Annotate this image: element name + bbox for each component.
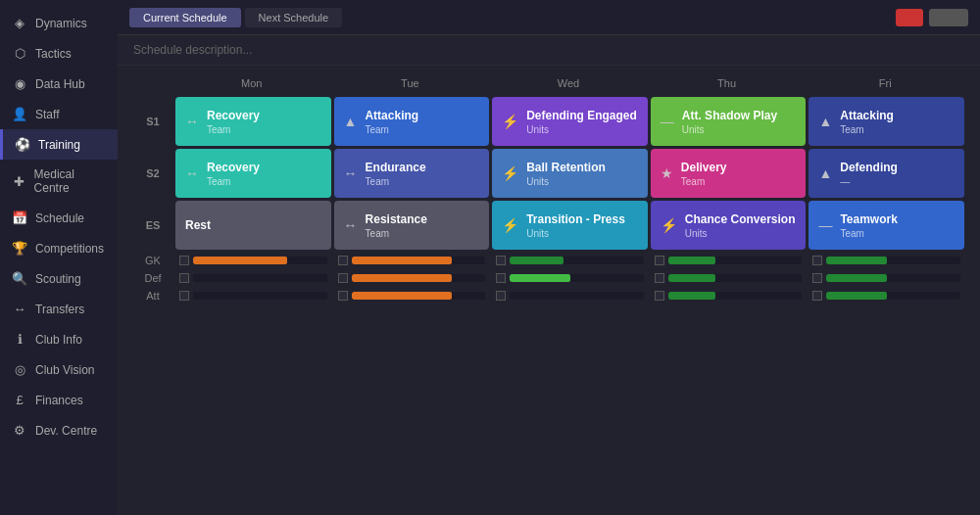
session-cell-es-fri[interactable]: — Teamwork Team [808,201,964,250]
session-cell-s1-wed[interactable]: ⚡ Defending Engaged Units [492,97,648,146]
checkbox-att-thu[interactable] [655,291,664,301]
bar-container-att-wed [510,292,644,300]
progress-label-att: Att [133,290,172,302]
progress-cell-def-wed[interactable] [492,271,648,285]
bar-gk-tue [352,257,452,264]
dynamics-icon: ◈ [12,16,27,30]
sidebar-label-tactics: Tactics [35,47,72,61]
session-cell-text: Teamwork Team [840,212,897,239]
tab-next-schedule[interactable]: Next Schedule [245,8,343,27]
checkbox-att-wed[interactable] [496,291,506,301]
progress-cell-def-tue[interactable] [334,271,490,285]
sidebar-item-medical[interactable]: ✚ Medical Centre [0,160,118,203]
bar-container-def-thu [668,274,803,282]
progress-cell-def-fri[interactable] [808,271,964,285]
day-header-mon: Mon [172,73,331,93]
sidebar-item-data-hub[interactable]: ◉ Data Hub [0,69,118,99]
recovery-icon: ↔ [185,114,199,129]
schedule-description[interactable]: Schedule description... [118,35,980,66]
progress-cell-att-fri[interactable] [808,289,964,303]
day-header-wed: Wed [489,73,648,93]
sidebar-item-club-info[interactable]: ℹ Club Info [0,324,118,354]
progress-cell-def-thu[interactable] [651,271,807,285]
row-label-spacer [133,73,172,93]
checkbox-gk-wed[interactable] [496,256,506,265]
data-hub-icon: ◉ [12,76,27,91]
defending2-icon: ▲ [818,165,832,181]
checkbox-def-mon[interactable] [179,273,189,283]
sidebar-item-competitions[interactable]: 🏆 Competitions [0,233,118,263]
sidebar-item-tactics[interactable]: ⬡ Tactics [0,38,118,69]
session-cell-s1-tue[interactable]: ▲ Attacking Team [334,97,490,146]
progress-cell-def-mon[interactable] [175,271,331,285]
bar-def-wed [510,274,569,282]
sidebar-item-scouting[interactable]: 🔍 Scouting [0,263,118,294]
session-cell-s1-thu[interactable]: — Att. Shadow Play Units [651,97,807,146]
checkbox-att-mon[interactable] [179,291,189,301]
session-row-es: ES Rest ↔ Resistance Team ⚡ Transition -… [133,201,964,250]
sidebar-item-training[interactable]: ⚽ Training [0,129,118,160]
action-button[interactable] [929,9,968,26]
day-header-fri: Fri [806,73,964,93]
session-cell-text: Att. Shadow Play Units [682,109,777,135]
session-cell-s1-fri[interactable]: ▲ Attacking Team [808,97,964,146]
session-cell-s2-fri[interactable]: ▲ Defending — [808,149,964,198]
sidebar-item-dev-centre[interactable]: ⚙ Dev. Centre [0,415,118,445]
checkbox-att-fri[interactable] [812,291,822,301]
scouting-icon: 🔍 [12,271,27,286]
checkbox-att-tue[interactable] [338,291,348,301]
session-cell-es-tue[interactable]: ↔ Resistance Team [334,201,490,250]
checkbox-def-thu[interactable] [655,273,664,283]
sidebar-item-schedule[interactable]: 📅 Schedule [0,203,118,233]
session-cell-text: Attacking Team [365,109,418,135]
session-cell-es-thu[interactable]: ⚡ Chance Conversion Units [651,201,807,250]
session-cell-es-wed[interactable]: ⚡ Transition - Press Units [492,201,648,250]
session-cell-text: Delivery Team [681,161,727,187]
defending-engaged-icon: ⚡ [502,114,518,129]
checkbox-def-wed[interactable] [496,273,506,283]
progress-label-gk: GK [133,255,172,266]
checkbox-gk-thu[interactable] [655,256,664,265]
schedule-icon: 📅 [12,211,27,225]
progress-cell-gk-mon[interactable] [175,254,331,267]
bar-container-att-fri [826,292,960,300]
bar-gk-wed [510,257,564,264]
progress-cell-att-mon[interactable] [175,289,331,303]
session-label-es: ES [133,201,172,250]
progress-cell-gk-thu[interactable] [651,254,807,267]
session-cell-s2-tue[interactable]: ↔ Endurance Team [334,149,490,198]
session-cell-s1-mon[interactable]: ↔ Recovery Team [175,97,331,146]
progress-cell-gk-wed[interactable] [492,254,648,267]
tab-current-schedule[interactable]: Current Schedule [129,8,241,27]
sidebar-label-club-vision: Club Vision [35,363,94,377]
checkbox-def-tue[interactable] [338,273,348,283]
delivery-icon: ★ [661,165,673,181]
sidebar-item-transfers[interactable]: ↔ Transfers [0,294,118,324]
close-button[interactable] [896,9,923,26]
checkbox-gk-fri[interactable] [812,256,822,265]
sidebar-item-club-vision[interactable]: ◎ Club Vision [0,354,118,385]
checkbox-def-fri[interactable] [812,273,822,283]
sidebar-label-medical: Medical Centre [34,167,106,195]
training-icon: ⚽ [15,137,30,152]
progress-cell-att-tue[interactable] [334,289,490,303]
sidebar-item-finances[interactable]: £ Finances [0,385,118,415]
progress-cell-att-wed[interactable] [492,289,648,303]
session-cell-text: Rest [185,218,211,232]
checkbox-gk-mon[interactable] [179,256,189,265]
session-cell-text: Defending — [840,161,898,187]
session-cell-s2-thu[interactable]: ★ Delivery Team [651,149,807,198]
session-cell-s2-mon[interactable]: ↔ Recovery Team [175,149,331,198]
progress-cell-att-thu[interactable] [651,289,807,303]
bar-container-gk-mon [193,257,327,264]
session-cell-s2-wed[interactable]: ⚡ Ball Retention Units [492,149,648,198]
progress-cell-gk-tue[interactable] [334,254,490,267]
competitions-icon: 🏆 [12,241,27,256]
progress-cell-gk-fri[interactable] [808,254,964,267]
session-cell-text: Endurance Team [366,161,426,187]
sidebar-item-dynamics[interactable]: ◈ Dynamics [0,8,118,38]
sidebar-item-staff[interactable]: 👤 Staff [0,99,118,129]
progress-label-def: Def [133,272,172,284]
session-cell-es-mon[interactable]: Rest [175,201,331,250]
checkbox-gk-tue[interactable] [338,256,348,265]
